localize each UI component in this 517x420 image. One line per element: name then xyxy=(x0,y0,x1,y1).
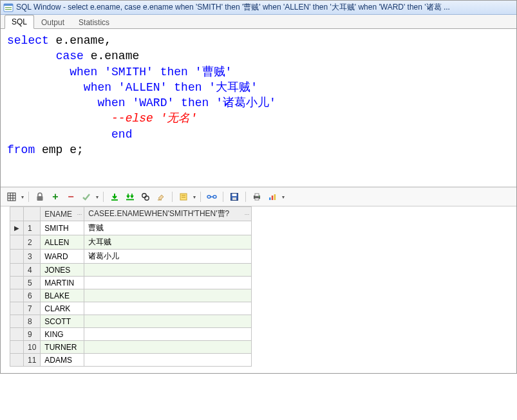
separator xyxy=(28,192,29,202)
cell-case[interactable] xyxy=(84,315,252,328)
table-row[interactable]: 5MARTIN xyxy=(10,277,252,289)
save-button[interactable] xyxy=(227,190,241,203)
svg-rect-9 xyxy=(37,196,43,201)
sql-token: e.ename, xyxy=(49,34,111,47)
cell-case[interactable] xyxy=(84,277,252,289)
remove-button[interactable]: − xyxy=(64,190,78,203)
cell-ename[interactable]: TURNER xyxy=(41,341,84,354)
svg-rect-1 xyxy=(4,4,13,6)
sql-token: then xyxy=(181,96,209,109)
fetch-next-button[interactable] xyxy=(108,190,122,203)
cell-ename[interactable]: ALLEN xyxy=(41,235,84,250)
sql-token xyxy=(174,96,181,109)
table-row[interactable]: 3WARD诸葛小儿 xyxy=(10,250,252,264)
clear-button[interactable] xyxy=(154,190,168,203)
sql-token xyxy=(167,81,174,94)
sql-token xyxy=(7,112,111,125)
table-row[interactable]: 10TURNER xyxy=(10,341,252,354)
svg-rect-4 xyxy=(8,193,15,201)
corner-cell xyxy=(24,207,41,221)
svg-rect-11 xyxy=(126,199,134,201)
row-marker: ▶ xyxy=(10,221,24,235)
table-row[interactable]: 6BLAKE xyxy=(10,289,252,302)
sql-token: when xyxy=(70,66,97,78)
header-menu-icon[interactable]: ··· xyxy=(77,211,82,217)
commit-button[interactable] xyxy=(79,190,93,203)
cell-ename[interactable]: CLARK xyxy=(41,302,84,315)
sql-editor[interactable]: select e.ename, case e.ename when 'SMITH… xyxy=(1,29,516,187)
table-row[interactable]: 4JONES xyxy=(10,264,252,277)
table-row[interactable]: 2ALLEN大耳贼 xyxy=(10,235,252,250)
result-grid[interactable]: ENAME··· CASEE.ENAMEWHEN'SMITH'THEN'曹?··… xyxy=(10,206,252,367)
link-button[interactable] xyxy=(205,190,219,203)
row-number: 9 xyxy=(24,328,41,341)
sql-token xyxy=(7,81,84,94)
dropdown-icon[interactable]: ▾ xyxy=(192,194,196,200)
cell-case[interactable]: 曹贼 xyxy=(84,221,252,235)
row-marker xyxy=(10,341,24,354)
cell-ename[interactable]: SMITH xyxy=(41,221,84,235)
sql-token: end xyxy=(111,128,132,141)
print-button[interactable] xyxy=(250,190,264,203)
sql-token: emp e; xyxy=(35,143,84,156)
dropdown-icon[interactable]: ▾ xyxy=(95,194,99,200)
table-row[interactable]: ▶1SMITH曹贼 xyxy=(10,221,252,235)
sql-token xyxy=(7,50,56,62)
svg-rect-17 xyxy=(182,197,185,197)
cell-case[interactable]: 大耳贼 xyxy=(84,235,252,250)
sql-token: '诸葛小儿' xyxy=(216,96,276,109)
grid-menu-button[interactable] xyxy=(5,190,19,203)
table-row[interactable]: 11ADAMS xyxy=(10,354,252,367)
svg-rect-26 xyxy=(255,198,259,200)
row-number: 5 xyxy=(24,277,41,289)
cell-ename[interactable]: MARTIN xyxy=(41,277,84,289)
row-marker xyxy=(10,264,24,277)
cell-ename[interactable]: SCOTT xyxy=(41,315,84,328)
single-record-button[interactable] xyxy=(176,190,191,203)
separator xyxy=(103,192,104,202)
header-menu-icon[interactable]: ··· xyxy=(245,211,250,217)
svg-rect-14 xyxy=(158,199,162,201)
sql-token: 'WARD' xyxy=(132,96,174,109)
column-header-ename[interactable]: ENAME··· xyxy=(41,207,84,221)
tab-statistics[interactable]: Statistics xyxy=(71,15,117,29)
chart-button[interactable] xyxy=(265,190,279,203)
cell-case[interactable] xyxy=(84,289,252,302)
cell-case[interactable]: 诸葛小儿 xyxy=(84,250,252,264)
add-button[interactable]: + xyxy=(48,190,62,203)
corner-cell xyxy=(10,207,24,221)
dropdown-icon[interactable]: ▾ xyxy=(281,194,285,200)
cell-case[interactable] xyxy=(84,328,252,341)
cell-ename[interactable]: ADAMS xyxy=(41,354,84,367)
svg-rect-30 xyxy=(274,194,276,200)
column-header-case[interactable]: CASEE.ENAMEWHEN'SMITH'THEN'曹?··· xyxy=(84,207,252,221)
result-grid-wrap: ENAME··· CASEE.ENAMEWHEN'SMITH'THEN'曹?··… xyxy=(1,206,516,373)
lock-button[interactable] xyxy=(33,190,47,203)
cell-case[interactable] xyxy=(84,354,252,367)
cell-case[interactable] xyxy=(84,264,252,277)
tab-sql[interactable]: SQL xyxy=(5,15,34,29)
sql-token xyxy=(153,66,160,78)
cell-ename[interactable]: JONES xyxy=(41,264,84,277)
row-marker xyxy=(10,235,24,250)
cell-case[interactable] xyxy=(84,302,252,315)
header-label: CASEE.ENAMEWHEN'SMITH'THEN'曹? xyxy=(88,209,229,218)
cell-case[interactable] xyxy=(84,341,252,354)
sql-token: then xyxy=(174,81,202,94)
result-toolbar: ▾ + − ▾ ▾ ▾ xyxy=(1,187,516,206)
svg-rect-23 xyxy=(232,197,236,200)
sql-token xyxy=(188,66,195,78)
tab-output[interactable]: Output xyxy=(34,15,71,29)
cell-ename[interactable]: BLAKE xyxy=(41,289,84,302)
find-button[interactable] xyxy=(138,190,153,203)
svg-point-13 xyxy=(145,196,149,200)
table-row[interactable]: 8SCOTT xyxy=(10,315,252,328)
cell-ename[interactable]: WARD xyxy=(41,250,84,264)
sql-token xyxy=(7,128,111,141)
svg-rect-29 xyxy=(272,196,274,200)
cell-ename[interactable]: KING xyxy=(41,328,84,341)
fetch-all-button[interactable] xyxy=(123,190,137,203)
table-row[interactable]: 7CLARK xyxy=(10,302,252,315)
dropdown-icon[interactable]: ▾ xyxy=(20,194,24,200)
table-row[interactable]: 9KING xyxy=(10,328,252,341)
